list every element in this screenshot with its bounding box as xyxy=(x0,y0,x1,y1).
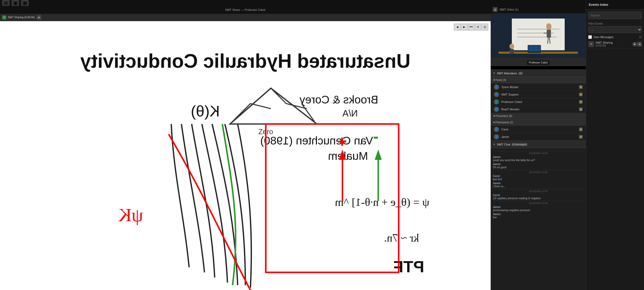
nmt-sharing-label: NMT Sharing (0:00:00) xyxy=(8,16,35,19)
chat-text: last text xyxy=(493,178,584,181)
svg-rect-40 xyxy=(528,46,540,51)
wb-fullscreen-btn[interactable]: ⊡ xyxy=(482,24,488,30)
wb-back-btn[interactable]: ◄ xyxy=(454,24,460,30)
chat-count: (5 messages) xyxy=(511,143,528,146)
participants-label: Participants (2) xyxy=(495,121,513,124)
attendee-name: Professor Cebol xyxy=(501,100,578,103)
chat-header[interactable]: ▼ NMT Chat (5 messages) xyxy=(491,141,586,148)
attendee-row[interactable]: 👤 Tyson Mosier 🔒 xyxy=(491,83,586,91)
attendee-avatar: 👤 xyxy=(494,107,499,112)
video-name-label: Professor Cebol xyxy=(527,61,549,65)
video-frame: Professor Cebol xyxy=(491,13,586,66)
attendees-section: ▼ NMT Attendees (4) ▼ Hosts (4) 👤 Tyson … xyxy=(491,69,586,141)
participants-arrow: ▼ xyxy=(493,121,495,124)
svg-text:Mualem: Mualem xyxy=(328,149,368,162)
chat-message: Carol: 1/2 capillary pressure reading & … xyxy=(493,194,584,200)
chat-author: Jamie: xyxy=(493,163,584,166)
whiteboard-controls: ◄ ► ••• ✕ ⊡ xyxy=(454,23,489,31)
sidebar-header: Events Index xyxy=(586,0,644,10)
far-right-sidebar: Events Index Filter Events ... Own Messa… xyxy=(586,0,644,290)
own-messages-checkbox[interactable] xyxy=(588,35,592,39)
svg-marker-22 xyxy=(375,149,382,160)
svg-text:Brooks & Corey: Brooks & Corey xyxy=(299,93,378,106)
svg-line-10 xyxy=(271,88,286,103)
svg-text:-: - xyxy=(373,127,379,145)
chat-text: 1/2 capillary pressure reading & negativ… xyxy=(493,197,584,200)
chat-messages[interactable]: 01/19/2016 13:09 Jamie: could you send t… xyxy=(491,148,586,290)
attendee-avatar: 👤 xyxy=(494,127,499,132)
chat-author: Jamie: xyxy=(493,206,584,209)
attendee-avatar-active: 👤 xyxy=(494,99,499,105)
svg-text:N/A: N/A xyxy=(342,108,358,118)
svg-line-14 xyxy=(302,103,314,121)
svg-text:ψ = (θ_e + n·θ-1] ^m: ψ = (θ_e + n·θ-1] ^m xyxy=(335,196,429,209)
search-input[interactable] xyxy=(588,12,642,19)
attendee-row[interactable]: 👤 Professor Cebol 🔒 xyxy=(491,98,586,106)
nmt-sharing-expand[interactable]: ◄ xyxy=(36,15,41,20)
chat-author: Carol: xyxy=(493,175,584,178)
chat-message: Jamie: I think so... xyxy=(493,182,584,188)
attendee-name: RealT Monitor xyxy=(501,108,578,111)
chat-section: ▼ NMT Chat (5 messages) 01/19/2016 13:09… xyxy=(491,141,586,290)
main-area: ⊞ ▣ ▦ NMT Share — Professor Cebol N NMT … xyxy=(0,0,586,290)
chat-divider: 01/19/2016 13:33 xyxy=(493,189,584,193)
checkbox-row: Own Messages ☑ xyxy=(588,35,642,39)
attendee-mic-icon: 🔒 xyxy=(579,128,583,131)
chat-arrow: ▼ xyxy=(493,143,495,146)
presenters-header[interactable]: ▼ Presenters (0) xyxy=(491,113,586,119)
attendees-arrow: ▼ xyxy=(493,72,495,75)
attendee-row[interactable]: 👤 NMT Support 🔒 xyxy=(491,91,586,98)
wb-more-btn[interactable]: ••• xyxy=(468,24,474,30)
filter-dropdown[interactable]: ... xyxy=(588,26,642,33)
svg-line-13 xyxy=(233,103,251,121)
attendee-mic-icon: 🔒 xyxy=(579,107,583,111)
top-bar: ⊞ ▣ ▦ xyxy=(0,0,586,6)
chat-divider: 01/19/2016 13:35 xyxy=(493,170,584,174)
attendee-mic-icon: 🔒 xyxy=(579,100,583,104)
layout-btn-2[interactable]: ▣ xyxy=(12,0,19,6)
attendee-row[interactable]: 👤 RealT Monitor 🔒 xyxy=(491,106,586,113)
svg-text:Unsaturated Hydraulic Conducti: Unsaturated Hydraulic Conductivity xyxy=(80,50,410,72)
attendee-row[interactable]: 👤 Carol 🔒 xyxy=(491,126,586,133)
attendee-mic-icon: 🔒 xyxy=(579,135,583,139)
svg-rect-34 xyxy=(547,30,551,38)
svg-text:ψK: ψK xyxy=(118,205,143,225)
whiteboard-container: NMT Share — Professor Cebol N NMT Sharin… xyxy=(0,6,491,290)
participants-header[interactable]: ▼ Participants (2) xyxy=(491,119,586,126)
attendee-avatar: 👤 xyxy=(494,134,499,139)
svg-point-33 xyxy=(546,23,551,30)
chat-message: Carol: last text xyxy=(493,175,584,181)
attendee-row[interactable]: 👤 Jamie 🔒 xyxy=(491,133,586,141)
chat-message: Jamie: screensaving negative pressure xyxy=(493,206,584,212)
recording-icon: N xyxy=(588,41,594,47)
chat-text: I think so... xyxy=(493,185,584,188)
attendee-avatar: 👤 xyxy=(494,84,499,90)
svg-line-12 xyxy=(250,103,271,108)
recording-expand-btn[interactable]: ◄ xyxy=(637,42,642,47)
chat-divider: 01/19/2016 13:09 xyxy=(493,151,584,155)
chat-message: Jamie: could you send the link table for… xyxy=(493,156,584,162)
chat-label: NMT Chat xyxy=(497,143,510,146)
svg-point-41 xyxy=(509,44,514,49)
video-topbar: ⊞ NMT Video (1) xyxy=(491,6,586,13)
attendees-hosts-header[interactable]: ▼ Hosts (4) xyxy=(491,77,586,83)
video-expand-btn[interactable]: ⊞ xyxy=(493,7,498,12)
layout-btn-3[interactable]: ▦ xyxy=(21,0,29,6)
chat-text: could you send the link table for us? xyxy=(493,159,584,162)
svg-text:kr ~ 7n.: kr ~ 7n. xyxy=(384,232,419,244)
wb-forward-btn[interactable]: ► xyxy=(461,24,467,30)
recording-play-btn[interactable]: ▶ xyxy=(632,42,637,47)
attendee-mic-icon: 🔒 xyxy=(579,93,583,96)
layout-btn-1[interactable]: ⊞ xyxy=(2,0,10,6)
whiteboard-frame[interactable]: ◄ ► ••• ✕ ⊡ Unsaturated Hydraulic Conduc… xyxy=(0,21,491,290)
filter-section: Filter Events ... xyxy=(586,21,644,34)
chat-author: Jamie: xyxy=(493,156,584,158)
recording-item[interactable]: N NMT Sharing [0:00:00] ▶ ◄ xyxy=(586,40,644,48)
chat-text: screensaving negative pressure xyxy=(493,209,584,212)
attendees-hosts-group: ▼ Hosts (4) 👤 Tyson Mosier 🔒 👤 NMT Suppo… xyxy=(491,77,586,141)
wb-close-btn[interactable]: ✕ xyxy=(475,24,481,30)
chat-author: Jamie: xyxy=(493,213,584,216)
content-area: NMT Share — Professor Cebol N NMT Sharin… xyxy=(0,6,586,290)
nmt-sharing-bar: N NMT Sharing (0:00:00) ◄ xyxy=(0,14,491,21)
attendees-header[interactable]: ▼ NMT Attendees (4) xyxy=(491,70,586,77)
